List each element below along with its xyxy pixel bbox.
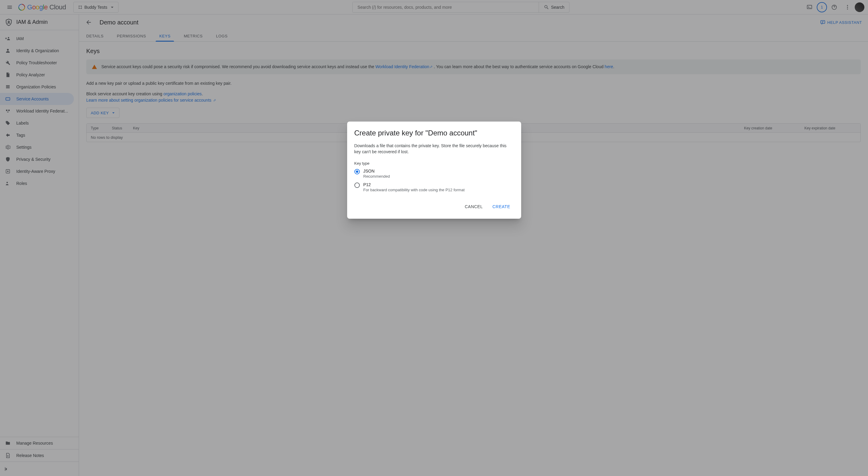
- dialog-description: Downloads a file that contains the priva…: [354, 143, 514, 155]
- create-key-dialog: Create private key for "Demo account" Do…: [347, 122, 521, 219]
- radio-option-p12[interactable]: P12 For backward compatibility with code…: [354, 182, 514, 192]
- cancel-button[interactable]: CANCEL: [461, 202, 487, 211]
- radio-option-json[interactable]: JSON Recommended: [354, 169, 514, 179]
- key-type-label: Key type: [354, 161, 514, 166]
- radio-json-indicator: [354, 169, 360, 174]
- dialog-title: Create private key for "Demo account": [354, 129, 514, 137]
- dialog-actions: CANCEL CREATE: [354, 202, 514, 211]
- modal-scrim[interactable]: Create private key for "Demo account" Do…: [0, 0, 868, 476]
- radio-p12-indicator: [354, 182, 360, 188]
- radio-json-sublabel: Recommended: [364, 174, 390, 179]
- radio-p12-sublabel: For backward compatibility with code usi…: [364, 188, 465, 192]
- radio-p12-label: P12: [364, 182, 465, 187]
- radio-json-label: JSON: [364, 169, 390, 174]
- create-button[interactable]: CREATE: [489, 202, 514, 211]
